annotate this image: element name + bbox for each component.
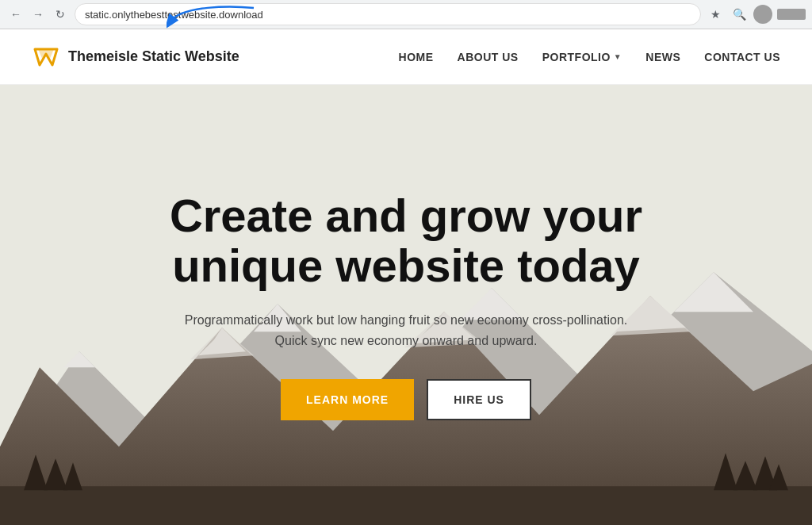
svg-marker-4: [63, 351, 95, 367]
search-icon[interactable]: 🔍: [730, 5, 749, 24]
hero-section: Create and grow your unique website toda…: [0, 85, 812, 525]
hero-title: Create and grow your unique website toda…: [168, 190, 644, 292]
nav-portfolio[interactable]: PORTFOLIO ▼: [542, 51, 622, 63]
address-bar[interactable]: static.onlythebesttestwebsite.download: [75, 3, 701, 25]
profile-avatar[interactable]: [753, 5, 772, 24]
refresh-button[interactable]: ↻: [51, 5, 70, 24]
portfolio-chevron-icon: ▼: [614, 52, 622, 61]
forward-button[interactable]: →: [29, 5, 48, 24]
hire-us-button[interactable]: HIRE US: [427, 379, 531, 420]
hero-subtitle: Programmatically work but low hanging fr…: [168, 310, 644, 351]
bookmark-star-icon[interactable]: ★: [706, 5, 725, 24]
back-button[interactable]: ←: [6, 5, 25, 24]
learn-more-button[interactable]: LEARN MORE: [281, 379, 414, 420]
browser-actions: ★ 🔍: [706, 5, 806, 24]
url-text: static.onlythebesttestwebsite.download: [85, 9, 691, 21]
svg-rect-15: [0, 486, 812, 525]
nav-news[interactable]: NEWS: [645, 51, 680, 63]
logo-text: Themeisle Static Website: [68, 48, 239, 65]
nav-about-us[interactable]: ABOUT US: [458, 51, 519, 63]
browser-nav-buttons: ← → ↻: [6, 5, 70, 24]
website-container: Themeisle Static Website HOME ABOUT US P…: [0, 29, 812, 525]
nav-contact-us[interactable]: CONTACT US: [704, 51, 780, 63]
hero-content: Create and grow your unique website toda…: [152, 190, 660, 421]
logo-icon: [32, 43, 60, 71]
browser-chrome: ← → ↻ static.onlythebesttestwebsite.down…: [0, 0, 812, 29]
site-menu: HOME ABOUT US PORTFOLIO ▼ NEWS CONTACT U…: [399, 51, 780, 63]
nav-home[interactable]: HOME: [399, 51, 434, 63]
extensions-area: [777, 9, 806, 20]
browser-toolbar: ← → ↻ static.onlythebesttestwebsite.down…: [0, 0, 812, 29]
svg-marker-7: [674, 272, 753, 312]
hero-buttons: LEARN MORE HIRE US: [168, 379, 644, 420]
site-logo: Themeisle Static Website: [32, 43, 239, 71]
site-navigation: Themeisle Static Website HOME ABOUT US P…: [0, 29, 812, 85]
